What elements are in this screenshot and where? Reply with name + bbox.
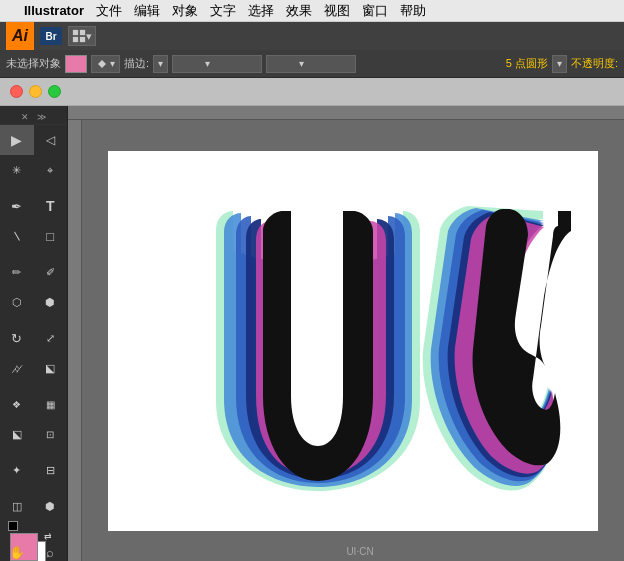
ai-logo: Ai	[6, 22, 34, 50]
tool-row-1: ▶ ◁	[0, 125, 67, 155]
menu-help[interactable]: 帮助	[400, 2, 426, 20]
menu-bar: Illustrator 文件 编辑 对象 文字 选择 效果 视图 窗口 帮助	[0, 0, 624, 22]
free-transform-tool[interactable]: ⬕	[34, 353, 68, 383]
artwork-svg	[108, 151, 598, 531]
blob-brush-tool[interactable]: ⬡	[0, 287, 34, 317]
tool-row-8: ⌭ ⬕	[0, 353, 67, 383]
svg-rect-3	[80, 37, 85, 42]
main-area: ✕ ≫ ▶ ◁ ✳ ⌖ ✒ T / □ ✏ ✐ ⬡ ⬢ ↻ ⤢	[0, 106, 624, 561]
symbol-tool[interactable]: ❖	[0, 389, 34, 419]
canvas-content-row: UI·CN	[68, 120, 624, 561]
gradient-tool[interactable]: ◫	[0, 491, 34, 521]
stroke-label: 描边:	[124, 56, 149, 71]
close-button[interactable]	[10, 85, 23, 98]
maximize-button[interactable]	[48, 85, 61, 98]
ruler-vertical	[68, 120, 82, 561]
text-tool[interactable]: T	[34, 191, 68, 221]
scale-tool[interactable]: ⤢	[34, 323, 68, 353]
menu-view[interactable]: 视图	[324, 2, 350, 20]
column-graph-tool[interactable]: ▦	[34, 389, 68, 419]
watermark: UI·CN	[346, 546, 373, 557]
blend-tool[interactable]: ⬢	[34, 491, 68, 521]
menu-select[interactable]: 选择	[248, 2, 274, 20]
eyedropper-tool[interactable]: ✦	[0, 455, 34, 485]
warp-tool[interactable]: ⌭	[0, 353, 34, 383]
eraser-tool[interactable]: ⬢	[34, 287, 68, 317]
tool-row-5: ✏ ✐	[0, 257, 67, 287]
point-shape-dropdown[interactable]: ▾	[552, 55, 567, 73]
fill-swatch[interactable]	[65, 55, 87, 73]
tool-row-hand-zoom: ✋ ⌕	[0, 537, 67, 561]
left-toolbar: ✕ ≫ ▶ ◁ ✳ ⌖ ✒ T / □ ✏ ✐ ⬡ ⬢ ↻ ⤢	[0, 106, 68, 561]
menu-object[interactable]: 对象	[172, 2, 198, 20]
svg-rect-2	[73, 37, 78, 42]
app-toolbar: Ai Br ▾	[0, 22, 624, 50]
tool-row-3: ✒ T	[0, 191, 67, 221]
selection-status: 未选择对象	[6, 56, 61, 71]
tool-row-7: ↻ ⤢	[0, 323, 67, 353]
direct-select-tool[interactable]: ◁	[34, 125, 68, 155]
document-title-bar	[0, 78, 624, 106]
tool-row-12: ◫ ⬢	[0, 491, 67, 521]
br-badge[interactable]: Br	[40, 27, 62, 45]
options-bar: 未选择对象 ▾ 描边: ▾ ▾ ▾ 5 点圆形 ▾ 不透明度:	[0, 50, 624, 78]
ruler-horizontal	[68, 106, 624, 120]
stroke-style-dropdown[interactable]: ▾	[266, 55, 356, 73]
hand-tool[interactable]: ✋	[0, 537, 34, 561]
artboard	[108, 151, 598, 531]
stroke-dropdown[interactable]: ▾	[153, 55, 168, 73]
rotate-tool[interactable]: ↻	[0, 323, 34, 353]
tool-row-11: ✦ ⊟	[0, 455, 67, 485]
magic-wand-tool[interactable]: ✳	[0, 155, 34, 185]
artboard-tool[interactable]: ⬕	[0, 419, 34, 449]
canvas-area: UI·CN	[68, 106, 624, 561]
minimize-button[interactable]	[29, 85, 42, 98]
shape-tool[interactable]: □	[34, 221, 68, 251]
opacity-label: 不透明度:	[571, 56, 618, 71]
menu-text[interactable]: 文字	[210, 2, 236, 20]
menu-edit[interactable]: 编辑	[134, 2, 160, 20]
workspace-switcher[interactable]: ▾	[68, 26, 96, 46]
select-tool[interactable]: ▶	[0, 125, 34, 155]
point-shape-label: 5 点圆形	[506, 56, 548, 71]
tool-row-4: / □	[0, 221, 67, 251]
menu-effect[interactable]: 效果	[286, 2, 312, 20]
tool-row-10: ⬕ ⊡	[0, 419, 67, 449]
pencil-tool[interactable]: ✐	[34, 257, 68, 287]
svg-rect-0	[73, 30, 78, 35]
fill-type-dropdown[interactable]: ▾	[91, 55, 120, 73]
tool-row-6: ⬡ ⬢	[0, 287, 67, 317]
bottom-bar: UI·CN	[96, 541, 624, 561]
tool-row-2: ✳ ⌖	[0, 155, 67, 185]
lasso-tool[interactable]: ⌖	[34, 155, 68, 185]
svg-rect-1	[80, 30, 85, 35]
tool-row-9: ❖ ▦	[0, 389, 67, 419]
zoom-tool[interactable]: ⌕	[34, 537, 68, 561]
menu-items: 文件 编辑 对象 文字 选择 效果 视图 窗口 帮助	[96, 2, 426, 20]
menu-file[interactable]: 文件	[96, 2, 122, 20]
canvas-viewport[interactable]: UI·CN	[82, 120, 624, 561]
default-colors-icon[interactable]	[8, 521, 18, 531]
brush-tool[interactable]: ✏	[0, 257, 34, 287]
app-name: Illustrator	[24, 3, 84, 18]
measure-tool[interactable]: ⊟	[34, 455, 68, 485]
panel-tab: ✕ ≫	[0, 110, 67, 125]
stroke-weight-dropdown[interactable]: ▾	[172, 55, 262, 73]
slice-tool[interactable]: ⊡	[34, 419, 68, 449]
menu-window[interactable]: 窗口	[362, 2, 388, 20]
